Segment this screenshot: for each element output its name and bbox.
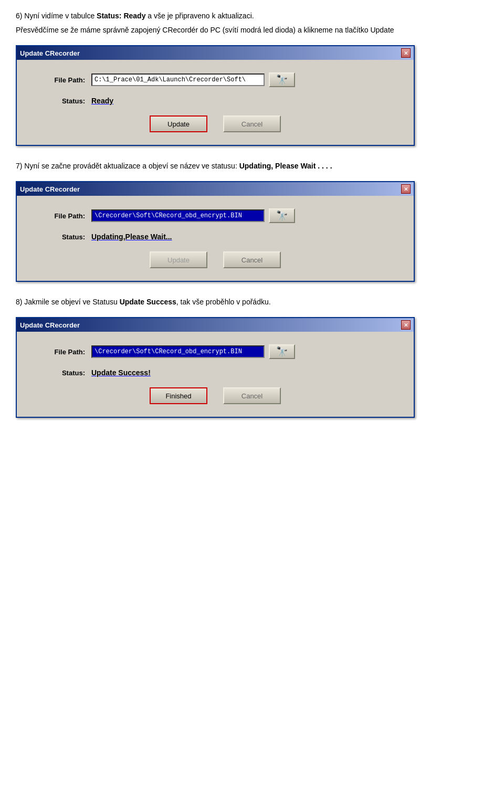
dialog-2-cancel-button[interactable]: Cancel: [223, 251, 281, 268]
dialog-3-cancel-button[interactable]: Cancel: [223, 387, 281, 404]
section-6-text3: Přesvědčíme se že máme správně zapojený …: [16, 26, 394, 34]
dialog-3-body: File Path: 🔭 Status: Update Success! Fin…: [17, 332, 414, 417]
dialog-2-filepath-row: File Path: 🔭: [33, 208, 398, 223]
dialog-2-status-value: Updating,Please Wait...: [91, 233, 172, 241]
dialog-3-status-label: Status:: [33, 369, 85, 377]
dialog-2-title-text: Update CRecorder: [20, 185, 80, 193]
dialog-1-title-text: Update CRecorder: [20, 49, 80, 57]
dialog-3-status-row: Status: Update Success!: [33, 368, 398, 377]
dialog-3-title-left: Update CRecorder: [20, 321, 80, 329]
section-8-text2: , tak vše proběhlo v pořádku.: [176, 298, 271, 306]
section-6-num: 6) Nyní vidíme v tabulce: [16, 12, 97, 20]
section-8-bold: Update Success: [120, 298, 176, 306]
section-7-text: 7) Nyní se začne provádět aktualizace a …: [16, 161, 488, 172]
dialog-1-filepath-input[interactable]: [91, 73, 265, 86]
section-7-bold: Updating, Please Wait . . . .: [239, 162, 332, 170]
dialog-3-buttons: Finished Cancel: [33, 387, 398, 404]
dialog-2-body: File Path: 🔭 Status: Updating,Please Wai…: [17, 196, 414, 281]
dialog-2-filepath-input[interactable]: [91, 209, 265, 222]
dialog-1: Update CRecorder ✕ File Path: 🔭 Status: …: [16, 45, 415, 146]
dialog-2-wrapper: Update CRecorder ✕ File Path: 🔭 Status: …: [16, 181, 488, 282]
dialog-1-status-label: Status:: [33, 97, 85, 105]
section-7-text1: 7) Nyní se začne provádět aktualizace a …: [16, 162, 239, 170]
dialog-1-title-left: Update CRecorder: [20, 49, 80, 57]
dialog-1-browse-button[interactable]: 🔭: [269, 72, 295, 87]
dialog-3-filepath-input[interactable]: [91, 345, 265, 358]
dialog-1-filepath-row: File Path: 🔭: [33, 72, 398, 87]
section-8-text: 8) Jakmile se objeví ve Statusu Update S…: [16, 297, 488, 308]
dialog-1-cancel-button[interactable]: Cancel: [223, 115, 281, 132]
dialog-2-close-button[interactable]: ✕: [401, 184, 411, 194]
dialog-1-filepath-label: File Path:: [33, 76, 85, 84]
dialog-2-titlebar: Update CRecorder ✕: [17, 182, 414, 196]
dialog-2-filepath-label: File Path:: [33, 212, 85, 220]
binoculars-icon-3: 🔭: [276, 346, 288, 357]
dialog-2-status-label: Status:: [33, 233, 85, 241]
dialog-1-body: File Path: 🔭 Status: Ready Update Cancel: [17, 60, 414, 145]
section-6-text: 6) Nyní vidíme v tabulce Status: Ready a…: [16, 10, 488, 36]
dialog-1-buttons: Update Cancel: [33, 115, 398, 132]
dialog-1-update-button[interactable]: Update: [150, 115, 207, 132]
dialog-2: Update CRecorder ✕ File Path: 🔭 Status: …: [16, 181, 415, 282]
dialog-3-browse-button[interactable]: 🔭: [269, 344, 295, 359]
dialog-1-titlebar: Update CRecorder ✕: [17, 46, 414, 60]
binoculars-icon: 🔭: [276, 74, 288, 86]
dialog-1-status-row: Status: Ready: [33, 97, 398, 105]
section-6-bold: Status: Ready: [97, 12, 145, 20]
dialog-2-status-row: Status: Updating,Please Wait...: [33, 233, 398, 241]
section-6-text2: a vše je připraveno k aktualizaci.: [145, 12, 254, 20]
dialog-3-titlebar: Update CRecorder ✕: [17, 318, 414, 332]
dialog-3-filepath-row: File Path: 🔭: [33, 344, 398, 359]
dialog-3-status-value: Update Success!: [91, 368, 151, 377]
dialog-2-buttons: Update Cancel: [33, 251, 398, 268]
dialog-2-browse-button[interactable]: 🔭: [269, 208, 295, 223]
dialog-2-update-button: Update: [150, 251, 207, 268]
dialog-3-close-button[interactable]: ✕: [401, 320, 411, 330]
dialog-1-close-button[interactable]: ✕: [401, 48, 411, 58]
dialog-1-wrapper: Update CRecorder ✕ File Path: 🔭 Status: …: [16, 45, 488, 146]
dialog-1-status-value: Ready: [91, 97, 113, 105]
dialog-3-wrapper: Update CRecorder ✕ File Path: 🔭 Status: …: [16, 317, 488, 418]
dialog-3-title-text: Update CRecorder: [20, 321, 80, 329]
section-8-text1: 8) Jakmile se objeví ve Statusu: [16, 298, 120, 306]
dialog-3: Update CRecorder ✕ File Path: 🔭 Status: …: [16, 317, 415, 418]
dialog-2-title-left: Update CRecorder: [20, 185, 80, 193]
dialog-3-filepath-label: File Path:: [33, 348, 85, 356]
dialog-3-finished-button[interactable]: Finished: [150, 387, 207, 404]
binoculars-icon-2: 🔭: [276, 210, 288, 222]
